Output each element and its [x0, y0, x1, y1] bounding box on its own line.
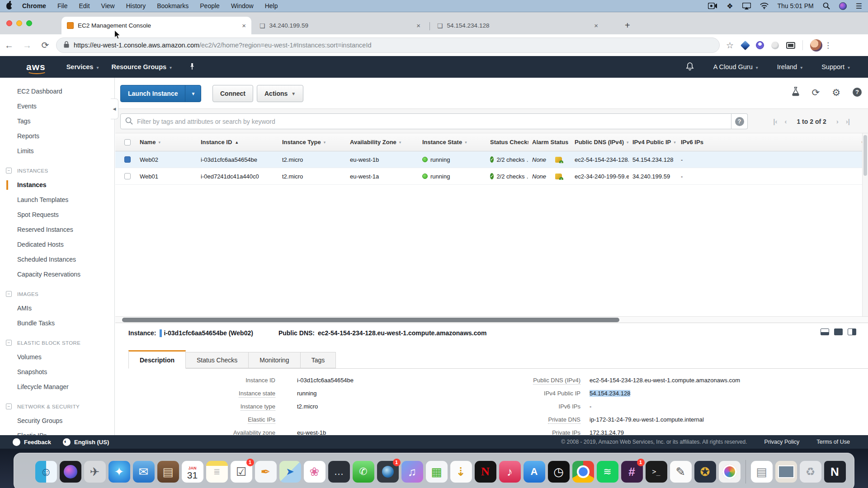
dock-messages-icon[interactable]: … — [328, 461, 350, 483]
row-checkbox[interactable] — [124, 156, 131, 163]
tab-description[interactable]: Description — [128, 350, 186, 369]
sidebar-section-images[interactable]: −IMAGES — [0, 287, 114, 301]
connect-button[interactable]: Connect — [212, 85, 253, 102]
screenshot-extension-icon[interactable] — [786, 42, 795, 49]
dock-textedit-icon[interactable]: ✎ — [670, 461, 692, 483]
col-status-checks[interactable]: Status Checks▾ — [486, 139, 528, 145]
extension-gray-icon[interactable] — [771, 42, 779, 49]
dock-numbers-icon[interactable]: ▦ — [426, 461, 448, 483]
extension-diamond-icon[interactable] — [741, 40, 750, 50]
horizontal-scrollbar[interactable] — [115, 316, 868, 323]
select-all-checkbox[interactable] — [124, 139, 131, 145]
siri-icon[interactable] — [839, 2, 847, 10]
dock-finder-icon[interactable]: ☺ — [35, 461, 57, 483]
tab-monitoring[interactable]: Monitoring — [249, 352, 300, 368]
menubar-item-window[interactable]: Window — [231, 2, 254, 9]
dock-notes-icon[interactable]: ≣ — [206, 461, 228, 483]
col-ipv4-public-ip[interactable]: IPv4 Public IP▾ — [629, 139, 677, 145]
tab-close-icon[interactable]: × — [410, 22, 420, 29]
dock-contacts-icon[interactable]: ▤ — [157, 461, 179, 483]
terms-of-use-link[interactable]: Terms of Use — [816, 439, 850, 445]
pin-icon[interactable] — [189, 63, 195, 71]
filter-box[interactable] — [120, 113, 731, 129]
sidebar-item-volumes[interactable]: Volumes — [0, 350, 114, 365]
create-alarm-icon[interactable] — [555, 157, 562, 163]
notifications-bell-icon[interactable] — [685, 62, 694, 72]
dock-safari-icon[interactable]: ✦ — [108, 461, 130, 483]
dock-documents-stack-icon[interactable]: ▤ — [751, 461, 773, 483]
dock-slack-icon[interactable]: #1 — [621, 461, 643, 483]
dock-chrome-icon[interactable] — [572, 461, 594, 483]
layout-bottom-pane-icon[interactable] — [821, 328, 829, 335]
sidebar-item-scheduled-instances[interactable]: Scheduled Instances — [0, 252, 114, 267]
create-alarm-icon[interactable] — [555, 174, 562, 179]
tab-status-checks[interactable]: Status Checks — [186, 352, 249, 368]
col-public-dns[interactable]: Public DNS (IPv4)▾ — [571, 139, 629, 145]
layout-right-pane-icon[interactable] — [848, 328, 856, 335]
spotlight-icon[interactable] — [823, 2, 830, 9]
sidebar-item-security-groups[interactable]: Security Groups — [0, 413, 114, 428]
dock-calendar-icon[interactable]: JAN31 — [182, 461, 203, 483]
sidebar-item-ec2-dashboard[interactable]: EC2 Dashboard — [0, 84, 114, 99]
sidebar-item-dedicated-hosts[interactable]: Dedicated Hosts — [0, 237, 114, 252]
tab-ip-54-154-234-128[interactable]: ❏ 54.154.234.128 × — [432, 17, 604, 34]
dock-launchpad-icon[interactable]: ✈ — [84, 461, 106, 483]
dock-siri-icon[interactable] — [60, 461, 81, 483]
nav-support-menu[interactable]: Support▾ — [821, 63, 850, 70]
tab-close-icon[interactable]: × — [236, 22, 246, 29]
notification-center-icon[interactable]: ☰ — [856, 2, 862, 10]
new-tab-button[interactable]: + — [625, 20, 630, 31]
menubar-item-view[interactable]: View — [101, 2, 115, 9]
dock-photos-icon[interactable]: ❀ — [304, 461, 326, 483]
sidebar-item-events[interactable]: Events — [0, 99, 114, 114]
row-checkbox[interactable] — [124, 173, 131, 179]
vertical-scrollbar[interactable] — [862, 133, 868, 323]
settings-gear-icon[interactable]: ⚙ — [832, 88, 840, 97]
dock-maps-icon[interactable]: ➤ — [279, 461, 301, 483]
selected-ip-text[interactable]: 54.154.234.128 — [590, 390, 630, 397]
menubar-item-history[interactable]: History — [126, 2, 146, 9]
col-alarm-status[interactable]: Alarm Status — [528, 139, 571, 145]
layout-full-pane-icon[interactable] — [834, 328, 843, 335]
collapse-section-icon[interactable]: − — [6, 168, 12, 174]
page-last-icon[interactable]: ›| — [846, 117, 850, 125]
sidebar-item-reserved-instances[interactable]: Reserved Instances — [0, 222, 114, 237]
aws-logo[interactable]: aws — [26, 61, 46, 72]
menubar-item-edit[interactable]: Edit — [79, 2, 90, 9]
experiments-flask-icon[interactable] — [792, 87, 800, 98]
sidebar-item-limits[interactable]: Limits — [0, 144, 114, 159]
dock-screenshot-file-icon[interactable] — [775, 461, 797, 483]
table-row[interactable]: Web02 i-03d1cfc6aa54654be t2.micro eu-we… — [115, 151, 868, 168]
screen-record-icon[interactable] — [708, 3, 717, 9]
menubar-item-bookmarks[interactable]: Bookmarks — [157, 2, 189, 9]
dock-mail-icon[interactable]: ✉ — [133, 461, 155, 483]
sidebar-item-snapshots[interactable]: Snapshots — [0, 365, 114, 380]
nav-region-menu[interactable]: Ireland▾ — [777, 63, 802, 70]
scrollbar-thumb[interactable] — [122, 318, 619, 322]
wifi-icon[interactable] — [760, 3, 769, 9]
dock-pages-icon[interactable]: ✒ — [255, 461, 277, 483]
feedback-link[interactable]: Feedback — [24, 439, 51, 446]
tab-close-icon[interactable]: × — [588, 22, 598, 29]
chrome-menu-icon[interactable]: ⋮ — [824, 41, 832, 50]
sidebar-item-tags[interactable]: Tags — [0, 114, 114, 129]
dock-photo-booth-icon[interactable]: 1 — [377, 461, 399, 483]
menubar-item-people[interactable]: People — [200, 2, 220, 9]
col-ipv6-ips[interactable]: IPv6 IPs — [677, 139, 721, 145]
dock-cutoff-app-icon[interactable]: N — [824, 461, 846, 483]
sidebar-item-launch-templates[interactable]: Launch Templates — [0, 192, 114, 207]
sidebar-item-amis[interactable]: AMIs — [0, 301, 114, 316]
sidebar-item-reports[interactable]: Reports — [0, 129, 114, 144]
language-selector[interactable]: English (US) — [74, 439, 109, 446]
sidebar-item-elastic-ips[interactable]: Elastic IPs — [0, 428, 114, 435]
reload-button[interactable]: ⟳ — [36, 40, 54, 51]
sidebar-collapse-button[interactable]: ◀ — [111, 99, 118, 119]
dock-trash-icon[interactable]: ♻ — [800, 461, 821, 483]
window-zoom-button[interactable] — [26, 20, 32, 26]
address-bar[interactable]: https://eu-west-1.console.aws.amazon.com… — [56, 38, 720, 53]
dock-downloads-icon[interactable]: ⇣ — [450, 461, 472, 483]
sidebar-section-network-security[interactable]: −NETWORK & SECURITY — [0, 400, 114, 413]
apple-menu-icon[interactable] — [6, 3, 12, 9]
sidebar-section-instances[interactable]: −INSTANCES — [0, 164, 114, 178]
airplay-icon[interactable] — [742, 3, 751, 9]
